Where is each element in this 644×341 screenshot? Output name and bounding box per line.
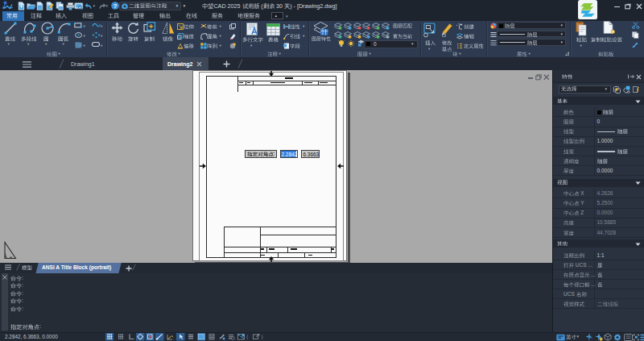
svg-text:?: ?	[113, 2, 117, 10]
